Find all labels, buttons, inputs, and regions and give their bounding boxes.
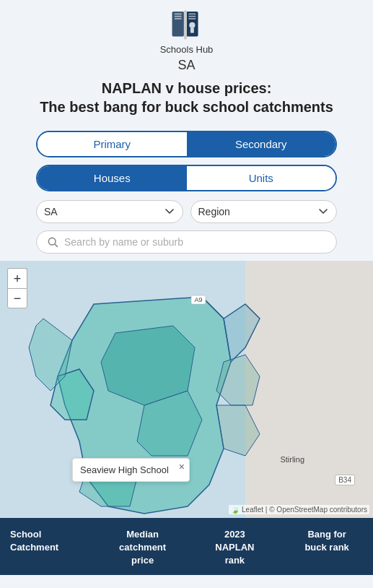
b34-road-label: B34: [335, 475, 355, 485]
property-type-toggle: Houses Units: [36, 165, 337, 191]
state-dropdown[interactable]: SA NSW VIC QLD WA TAS NT ACT: [36, 200, 183, 223]
app-name: Schools Hub: [7, 44, 366, 55]
svg-rect-10: [190, 28, 193, 33]
zoom-out-button[interactable]: −: [7, 288, 27, 308]
school-type-toggle: Primary Secondary: [36, 131, 337, 157]
svg-rect-1: [174, 14, 181, 15]
svg-rect-0: [172, 12, 183, 36]
map-attribution: 🍃 Leaflet | © OpenStreetMap contributors: [229, 505, 369, 514]
naplan-rank-header: 2023 NAPLAN rank: [189, 525, 281, 571]
primary-toggle-btn[interactable]: Primary: [38, 132, 187, 156]
svg-rect-2: [174, 16, 181, 17]
svg-rect-3: [174, 18, 181, 20]
svg-line-12: [55, 244, 58, 247]
zoom-in-button[interactable]: +: [7, 268, 27, 288]
search-input[interactable]: [64, 236, 326, 248]
svg-point-9: [189, 22, 195, 28]
svg-rect-8: [183, 10, 186, 39]
leaflet-icon: 🍃: [231, 506, 240, 514]
zoom-controls: + −: [7, 268, 27, 308]
svg-rect-7: [188, 18, 196, 20]
stirling-map-label: Stirling: [280, 455, 304, 464]
search-icon: [47, 236, 58, 248]
map-container: A9 A9 + − Stirling B34 Seaview High Scho…: [0, 261, 373, 518]
svg-rect-6: [188, 16, 196, 17]
header: Schools Hub SA NAPLAN v house prices: Th…: [0, 0, 373, 122]
school-popup: Seaview High School ×: [72, 458, 190, 482]
svg-text:A9: A9: [194, 296, 202, 303]
units-toggle-btn[interactable]: Units: [187, 166, 336, 190]
median-price-header: Median catchment price: [97, 525, 189, 571]
page-title: NAPLAN v house prices: The best bang for…: [7, 79, 366, 116]
popup-close-button[interactable]: ×: [179, 462, 185, 472]
filter-dropdowns: SA NSW VIC QLD WA TAS NT ACT Region All …: [36, 200, 337, 223]
schools-hub-logo: [169, 9, 205, 41]
secondary-toggle-btn[interactable]: Secondary: [187, 132, 336, 156]
svg-rect-5: [188, 14, 196, 15]
houses-toggle-btn[interactable]: Houses: [38, 166, 187, 190]
state-label: SA: [7, 58, 366, 73]
bang-for-buck-header: Bang for buck rank: [281, 525, 373, 571]
search-bar: [36, 230, 337, 254]
school-catchment-header: School Catchment: [0, 525, 97, 571]
region-dropdown[interactable]: Region All regions: [190, 200, 338, 223]
popup-school-name: Seaview High School: [80, 464, 169, 475]
results-table-header: School Catchment Median catchment price …: [0, 518, 373, 575]
